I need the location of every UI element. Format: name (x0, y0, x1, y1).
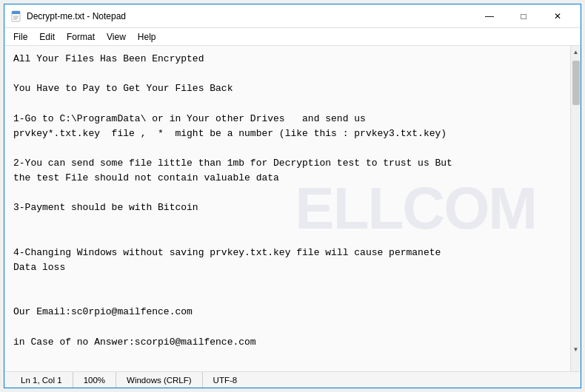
scroll-up-arrow[interactable]: ▲ (573, 47, 579, 58)
svg-rect-1 (12, 11, 20, 14)
status-encoding: UTF-8 (203, 372, 248, 388)
window-controls: — □ ✕ (472, 4, 575, 28)
scroll-down-arrow[interactable]: ▼ (573, 345, 579, 355)
menu-help[interactable]: Help (132, 30, 162, 44)
menu-bar: File Edit Format View Help (4, 28, 581, 46)
maximize-button[interactable]: □ (507, 4, 541, 28)
title-bar: Decrypt-me.txt - Notepad — □ ✕ (4, 4, 581, 28)
window-title: Decrypt-me.txt - Notepad (27, 11, 472, 21)
scrollbar-thumb[interactable] (572, 61, 580, 105)
notepad-window: Decrypt-me.txt - Notepad — □ ✕ File Edit… (4, 4, 581, 388)
scrollbar[interactable]: ▲ ▼ (570, 46, 581, 371)
status-bar: Ln 1, Col 1 100% Windows (CRLF) UTF-8 (4, 371, 581, 388)
close-button[interactable]: ✕ (541, 4, 575, 28)
editor-area: ELLCOM All Your Files Has Been Encrypted… (4, 46, 581, 371)
menu-format[interactable]: Format (61, 30, 101, 44)
minimize-button[interactable]: — (472, 4, 507, 28)
status-position: Ln 1, Col 1 (10, 372, 73, 388)
text-content[interactable]: All Your Files Has Been Encrypted You Ha… (4, 46, 570, 371)
app-icon (10, 10, 22, 22)
status-line-endings: Windows (CRLF) (116, 372, 203, 388)
menu-file[interactable]: File (7, 30, 33, 44)
status-zoom: 100% (73, 372, 116, 388)
menu-view[interactable]: View (101, 30, 132, 44)
menu-edit[interactable]: Edit (33, 30, 61, 44)
